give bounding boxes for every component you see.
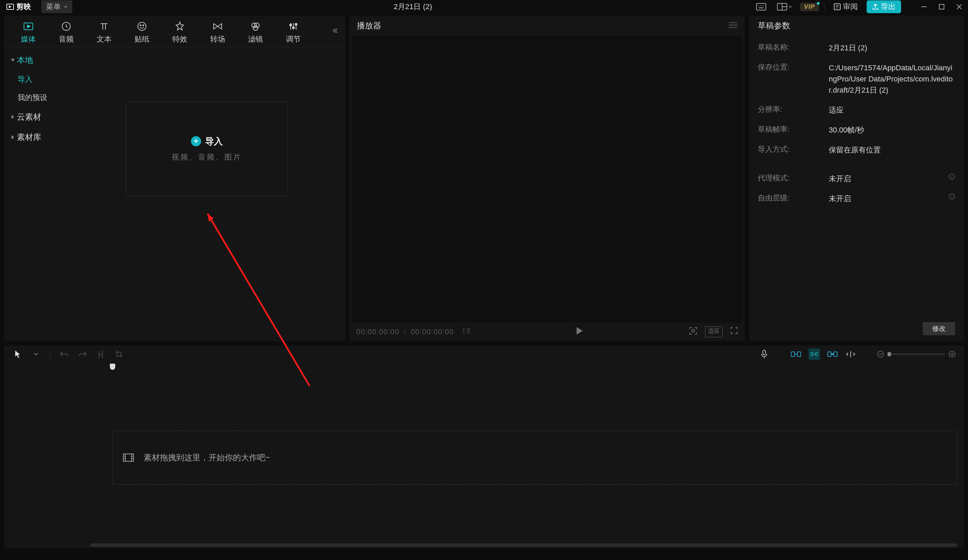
link-track-icon[interactable]: [827, 348, 838, 360]
svg-rect-47: [131, 454, 134, 461]
minimize-button[interactable]: [918, 2, 930, 12]
svg-rect-1: [756, 3, 766, 10]
modify-button[interactable]: 修改: [923, 322, 955, 335]
svg-point-22: [292, 27, 294, 29]
zoom-in-icon[interactable]: [948, 350, 956, 358]
svg-point-5: [763, 5, 764, 6]
mic-button[interactable]: [758, 348, 770, 360]
time-current: 00:00:00:00: [356, 328, 399, 336]
magnet-main-icon[interactable]: [790, 348, 802, 360]
maximize-button[interactable]: [936, 2, 948, 12]
ratio-button[interactable]: 适应: [705, 326, 723, 337]
prop-import-value: 保留在原有位置: [829, 144, 955, 156]
fullscreen-icon[interactable]: [730, 326, 738, 337]
video-track-icon: [123, 453, 134, 462]
tab-transition[interactable]: 转场: [199, 18, 237, 44]
collapse-tabs-button[interactable]: [329, 25, 340, 38]
media-panel: 媒体 音频 文本 贴纸 特效 转场 滤镜 调节 本地 导入 我的预设 云素材 素…: [4, 15, 345, 341]
tool-dropdown-icon[interactable]: [30, 348, 42, 360]
timeline-tracks[interactable]: 素材拖拽到这里，开始你的大作吧~: [4, 363, 964, 548]
timeline-drop-hint: 素材拖拽到这里，开始你的大作吧~: [144, 452, 270, 463]
prop-fps-value: 30.00帧/秒: [829, 124, 955, 136]
media-tabs: 媒体 音频 文本 贴纸 特效 转场 滤镜 调节: [4, 15, 345, 47]
prop-layer-value: 未开启: [829, 193, 946, 204]
preview-cut-icon[interactable]: [845, 348, 857, 360]
svg-point-23: [295, 23, 297, 25]
split-tool[interactable]: [95, 348, 106, 360]
timeline-dropzone[interactable]: 素材拖拽到这里，开始你的大作吧~: [112, 431, 957, 485]
menu-dropdown[interactable]: 菜单: [41, 0, 72, 13]
info-icon[interactable]: i: [948, 193, 955, 202]
svg-rect-36: [816, 353, 817, 356]
prop-name-value: 2月21日 (2): [829, 42, 955, 53]
audio-icon: [60, 21, 73, 32]
text-icon: [98, 21, 111, 32]
transition-icon: [211, 21, 224, 32]
vip-badge[interactable]: VIP: [800, 3, 819, 11]
magnet-mode-icon[interactable]: [809, 348, 820, 360]
timeline-scrollbar[interactable]: [90, 543, 957, 547]
titlebar: 剪映 菜单 2月21日 (2) VIP 审阅 导出: [0, 0, 968, 13]
play-button[interactable]: [574, 325, 585, 339]
export-button[interactable]: 导出: [867, 0, 901, 13]
chevron-right-icon: [12, 135, 14, 139]
tab-text[interactable]: 文本: [85, 18, 123, 44]
svg-text:i: i: [951, 174, 953, 179]
sidebar-item-import[interactable]: 导入: [4, 70, 68, 89]
svg-point-4: [761, 5, 762, 6]
properties-panel: 草稿参数 草稿名称:2月21日 (2) 保存位置:C:/Users/71574/…: [749, 15, 964, 341]
sidebar-item-presets[interactable]: 我的预设: [4, 89, 68, 107]
sticker-icon: [136, 21, 148, 32]
close-button[interactable]: [953, 2, 965, 12]
zoom-out-icon[interactable]: [877, 350, 884, 358]
sidebar-group-cloud[interactable]: 云素材: [4, 107, 68, 127]
svg-rect-6: [759, 7, 764, 8]
import-dropzone[interactable]: + 导入 视频、音频、图片: [126, 101, 288, 196]
tab-effect[interactable]: 特效: [161, 18, 199, 44]
tab-adjust[interactable]: 调节: [274, 18, 312, 44]
tab-filter[interactable]: 滤镜: [237, 18, 274, 44]
redo-button[interactable]: [77, 348, 88, 360]
zoom-slider[interactable]: [888, 353, 945, 355]
prop-fps-label: 草稿帧率:: [758, 124, 829, 134]
player-menu-button[interactable]: [729, 21, 738, 30]
sidebar-group-local[interactable]: 本地: [4, 50, 68, 70]
chevron-right-icon: [12, 115, 14, 119]
pointer-tool[interactable]: [12, 348, 24, 360]
tab-sticker[interactable]: 贴纸: [123, 18, 161, 44]
time-total: 00:00:00:00: [411, 328, 454, 336]
prop-resolution-value: 适应: [829, 104, 955, 116]
svg-point-39: [832, 353, 833, 355]
focus-icon[interactable]: [689, 326, 698, 337]
prop-resolution-label: 分辨率:: [758, 104, 829, 114]
svg-point-21: [290, 24, 292, 26]
project-title: 2月21日 (2): [72, 2, 753, 12]
player-panel: 播放器 00:00:00:00 / 00:00:00:00 适应: [350, 15, 745, 341]
prop-layer-label: 自由层级:: [758, 193, 829, 203]
player-controls: 00:00:00:00 / 00:00:00:00 适应: [350, 322, 745, 341]
player-title: 播放器: [357, 20, 381, 31]
plus-icon: +: [191, 136, 201, 146]
chevron-down-icon: [11, 59, 15, 61]
svg-rect-12: [939, 4, 944, 9]
layout-icon[interactable]: [774, 2, 795, 12]
svg-rect-45: [123, 454, 134, 461]
svg-point-20: [253, 26, 258, 30]
player-viewport[interactable]: [352, 36, 742, 322]
media-icon: [22, 21, 35, 32]
timeline-zoom[interactable]: [877, 350, 956, 358]
prop-name-label: 草稿名称:: [758, 42, 829, 52]
player-list-icon[interactable]: [462, 328, 471, 336]
media-sidebar: 本地 导入 我的预设 云素材 素材库: [4, 47, 68, 341]
prop-path-label: 保存位置:: [758, 62, 829, 72]
crop-tool[interactable]: [113, 348, 125, 360]
review-button[interactable]: 审阅: [830, 0, 861, 13]
info-icon[interactable]: i: [948, 173, 955, 182]
svg-text:i: i: [951, 194, 953, 199]
tab-audio[interactable]: 音频: [47, 18, 85, 44]
keyboard-icon[interactable]: [753, 2, 769, 12]
tab-media[interactable]: 媒体: [10, 18, 47, 44]
sidebar-group-library[interactable]: 素材库: [4, 127, 68, 147]
undo-button[interactable]: [58, 348, 70, 360]
import-label: 导入: [205, 136, 223, 147]
